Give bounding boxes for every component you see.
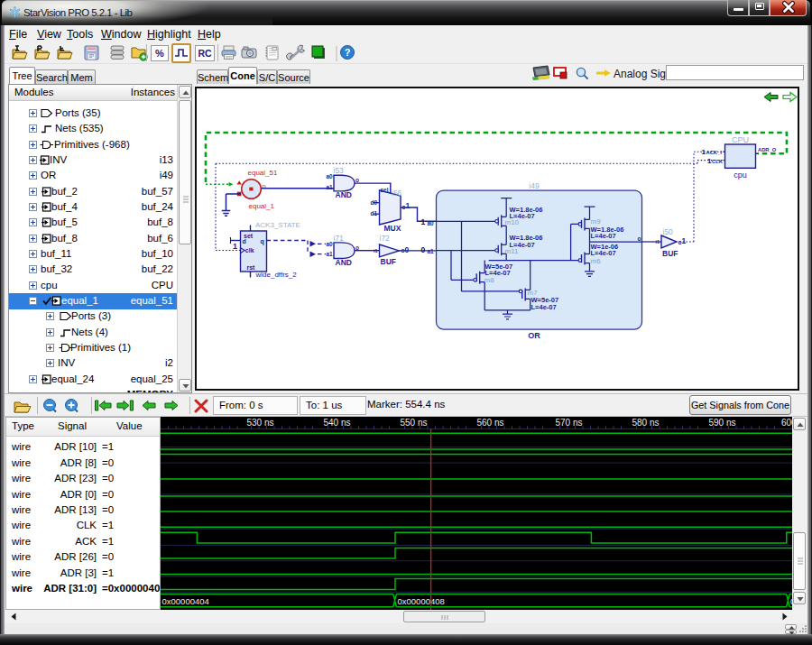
svg-text:L=4e-07: L=4e-07: [591, 249, 616, 257]
svg-text:i72: i72: [380, 234, 391, 243]
svg-text:m10: m10: [505, 218, 520, 226]
svg-text:ADR_O: ADR_O: [758, 147, 777, 152]
svg-text:AND: AND: [336, 190, 352, 199]
svg-text:d: d: [243, 238, 246, 244]
svg-text:o: o: [638, 235, 641, 242]
svg-text:a1: a1: [428, 248, 435, 254]
svg-text:m8: m8: [484, 276, 495, 284]
svg-text:cpu: cpu: [734, 170, 747, 180]
svg-text:wide_dffrs_2: wide_dffrs_2: [255, 271, 298, 279]
svg-text:560 ns: 560 ns: [477, 418, 504, 428]
svg-text:ACK3_STATE: ACK3_STATE: [255, 221, 300, 229]
svg-text:m11: m11: [505, 247, 520, 255]
svg-text:a1: a1: [327, 251, 334, 257]
svg-text:BUF: BUF: [381, 257, 396, 266]
svg-text:530 ns: 530 ns: [247, 418, 274, 428]
svg-text:590 ns: 590 ns: [709, 418, 736, 428]
svg-text:i1: i1: [374, 248, 378, 253]
svg-text:clk: clk: [245, 247, 254, 253]
svg-text:OR: OR: [528, 331, 540, 340]
svg-text:m7: m7: [528, 289, 539, 297]
svg-text:L=4e-07: L=4e-07: [591, 232, 616, 240]
svg-text:1: 1: [421, 217, 426, 226]
svg-text:1: 1: [233, 242, 237, 251]
svg-text:i53: i53: [334, 166, 345, 175]
svg-text:AND: AND: [336, 258, 352, 267]
svg-text:600: 600: [781, 418, 792, 428]
svg-text:equal_1: equal_1: [249, 202, 275, 210]
svg-text:equal_51: equal_51: [248, 169, 278, 177]
svg-text:m6: m6: [591, 257, 602, 265]
svg-text:0: 0: [405, 245, 410, 254]
svg-text:0x00000408: 0x00000408: [398, 596, 445, 606]
svg-text:a0: a0: [327, 173, 334, 180]
svg-text:rst: rst: [247, 264, 256, 271]
svg-text:i49: i49: [529, 181, 540, 190]
svg-text:o: o: [355, 244, 359, 251]
svg-text:L=4e-07: L=4e-07: [531, 303, 557, 311]
svg-text:i50: i50: [663, 227, 674, 236]
svg-text:a0: a0: [428, 220, 435, 226]
svg-text:a0: a0: [327, 241, 334, 247]
svg-text:q: q: [261, 238, 264, 245]
svg-text:1: 1: [682, 236, 687, 245]
svg-text:580 ns: 580 ns: [632, 418, 660, 428]
svg-text:BUF: BUF: [662, 249, 678, 258]
svg-text:0x00000404: 0x00000404: [162, 596, 209, 606]
svg-text:i56: i56: [392, 189, 402, 198]
svg-text:1: 1: [406, 201, 411, 210]
svg-text:o: o: [355, 177, 359, 183]
svg-text:i71: i71: [334, 234, 345, 243]
svg-text:MUX: MUX: [384, 224, 401, 233]
svg-text:ACK_I: ACK_I: [706, 150, 723, 155]
svg-text:570 ns: 570 ns: [556, 418, 583, 428]
svg-text:sel: sel: [381, 187, 389, 193]
svg-text:i1: i1: [656, 239, 660, 244]
svg-text:540 ns: 540 ns: [324, 418, 351, 428]
svg-text:?: ?: [345, 47, 351, 58]
svg-text:a1: a1: [327, 184, 334, 190]
svg-text:CLK: CLK: [712, 159, 724, 164]
svg-text:CPU: CPU: [732, 135, 749, 144]
svg-text:0: 0: [421, 245, 426, 254]
svg-text:550 ns: 550 ns: [401, 418, 428, 428]
svg-text:m9: m9: [591, 217, 602, 226]
